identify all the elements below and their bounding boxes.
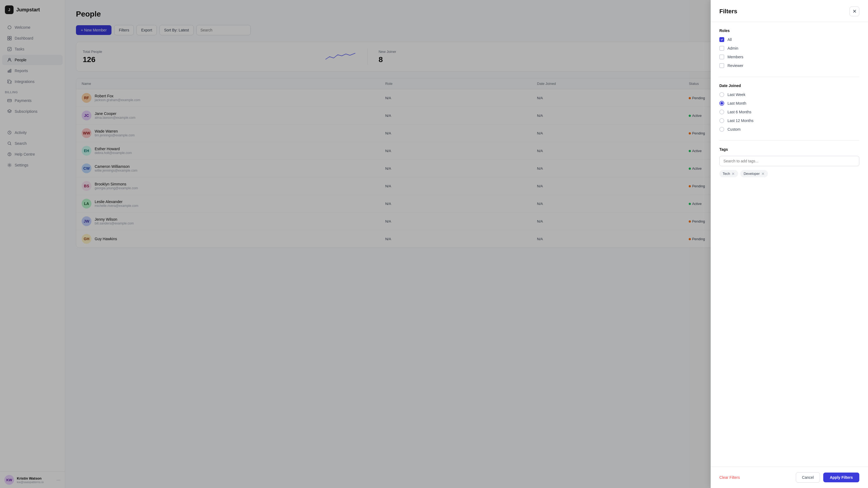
date-option-last-month[interactable]: Last Month	[719, 101, 859, 106]
clear-filters-button[interactable]: Clear Filters	[719, 475, 740, 480]
tag-remove-developer[interactable]: ✕	[762, 172, 765, 176]
date-last-month-label: Last Month	[727, 101, 746, 105]
filter-body: Roles All Admin Members Reviewer	[711, 22, 868, 466]
checkbox-members	[719, 55, 724, 59]
tag-chip-tech: Tech ✕	[719, 170, 738, 177]
tags-search-input[interactable]	[719, 156, 859, 166]
tag-label-developer: Developer	[744, 172, 760, 176]
date-option-last-week[interactable]: Last Week	[719, 92, 859, 97]
roles-title: Roles	[719, 29, 859, 33]
close-filter-button[interactable]: ✕	[849, 6, 859, 16]
filter-panel: Filters ✕ Roles All Admin Members	[711, 0, 868, 488]
cancel-button[interactable]: Cancel	[796, 472, 820, 483]
checkbox-admin	[719, 46, 724, 51]
date-option-custom[interactable]: Custom	[719, 127, 859, 132]
role-option-admin[interactable]: Admin	[719, 46, 859, 51]
date-custom-label: Custom	[727, 127, 741, 131]
close-icon: ✕	[852, 8, 857, 14]
date-last-6-months-label: Last 6 Months	[727, 110, 751, 114]
radio-last-week	[719, 92, 724, 97]
date-section: Date Joined Last Week Last Month Last 6 …	[719, 84, 859, 132]
date-last-12-months-label: Last 12 Months	[727, 119, 753, 123]
filter-header: Filters ✕	[711, 0, 868, 22]
tags-title: Tags	[719, 147, 859, 152]
role-option-members[interactable]: Members	[719, 55, 859, 59]
role-admin-label: Admin	[727, 46, 738, 51]
tag-remove-tech[interactable]: ✕	[732, 172, 735, 176]
role-option-all[interactable]: All	[719, 37, 859, 42]
section-divider-2	[719, 140, 859, 141]
radio-last-month	[719, 101, 724, 106]
date-title: Date Joined	[719, 84, 859, 88]
role-option-reviewer[interactable]: Reviewer	[719, 63, 859, 68]
tag-chip-developer: Developer ✕	[740, 170, 768, 177]
role-all-label: All	[727, 37, 732, 42]
filter-title: Filters	[719, 8, 737, 15]
tags-row: Tech ✕ Developer ✕	[719, 170, 859, 177]
checkbox-reviewer	[719, 63, 724, 68]
filter-footer: Clear Filters Cancel Apply Filters	[711, 466, 868, 488]
date-last-week-label: Last Week	[727, 93, 745, 97]
tag-label-tech: Tech	[723, 172, 730, 176]
role-reviewer-label: Reviewer	[727, 63, 743, 68]
apply-filters-button[interactable]: Apply Filters	[823, 473, 859, 482]
date-option-last-12-months[interactable]: Last 12 Months	[719, 118, 859, 123]
tags-section: Tags Tech ✕ Developer ✕	[719, 147, 859, 177]
checkbox-all	[719, 37, 724, 42]
radio-custom	[719, 127, 724, 132]
radio-last-12-months	[719, 118, 724, 123]
date-option-last-6-months[interactable]: Last 6 Months	[719, 109, 859, 115]
roles-section: Roles All Admin Members Reviewer	[719, 29, 859, 68]
role-members-label: Members	[727, 55, 743, 59]
section-divider	[719, 77, 859, 77]
radio-last-6-months	[719, 109, 724, 115]
